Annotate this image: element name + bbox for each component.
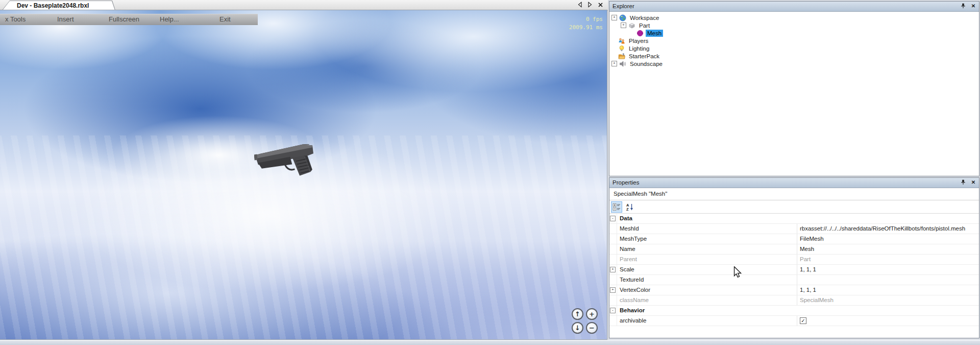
svg-text:Z: Z [626, 207, 629, 211]
property-name: Scale [617, 265, 797, 274]
tree-item-label: Soundscape [628, 60, 664, 67]
tree-item-lighting[interactable]: Lighting [609, 44, 979, 52]
zoom-out-button[interactable]: − [586, 322, 598, 334]
section-header-data[interactable]: - Data [609, 214, 979, 224]
property-value[interactable]: FileMesh [797, 234, 979, 244]
workspace-icon [619, 14, 626, 21]
pistol-mesh-object[interactable] [254, 144, 317, 184]
property-value[interactable] [797, 275, 979, 285]
tab-title: Dev - Baseplate2048.rbxl [17, 2, 89, 9]
archivable-checkbox[interactable]: ✓ [800, 317, 806, 324]
tree-item-players[interactable]: Players [609, 37, 979, 44]
property-name: TextureId [617, 275, 797, 285]
tree-item-mesh[interactable]: Mesh [609, 29, 979, 37]
pin-icon[interactable] [960, 3, 966, 9]
collapse-toggle-icon[interactable]: - [610, 216, 616, 221]
tree-item-starterpack[interactable]: StarterPack [609, 52, 979, 60]
document-tab[interactable]: Dev - Baseplate2048.rbxl [2, 1, 115, 10]
tab-bar: Dev - Baseplate2048.rbxl [0, 0, 608, 11]
property-value[interactable]: Mesh [797, 244, 979, 254]
explorer-title-bar: Explorer ✕ [609, 2, 979, 12]
properties-grid: - Data MeshId rbxasset://../../../shared… [609, 214, 979, 326]
menu-item-insert[interactable]: Insert [57, 15, 74, 23]
tilt-down-button[interactable]: ↓ [572, 322, 583, 334]
property-name: VertexColor [617, 285, 797, 295]
close-icon[interactable]: ✕ [970, 179, 976, 186]
3d-viewport[interactable]: x Tools Insert Fullscreen Help... Exit 0… [0, 10, 607, 339]
players-icon [618, 37, 625, 44]
menu-item-fullscreen[interactable]: Fullscreen [109, 15, 139, 23]
menu-item-help[interactable]: Help... [160, 15, 179, 23]
close-icon[interactable]: ✕ [970, 3, 976, 9]
mouse-cursor [733, 266, 743, 278]
explorer-panel: Explorer ✕ + Workspace + [609, 1, 979, 176]
tree-item-part[interactable]: + Part [609, 21, 979, 29]
part-icon [628, 22, 635, 29]
prev-tab-icon[interactable] [576, 1, 583, 8]
property-name: MeshId [617, 224, 797, 234]
tilt-up-button[interactable]: ↑ [572, 308, 583, 320]
tree-item-label: Workspace [628, 14, 660, 21]
explorer-title: Explorer [612, 3, 634, 9]
pin-icon[interactable] [960, 179, 966, 186]
tree-item-soundscape[interactable]: + Soundscape [609, 60, 979, 67]
property-name: MeshType [617, 234, 797, 244]
properties-toolbar: A Z [609, 200, 979, 214]
section-header-behavior[interactable]: - Behavior [609, 306, 979, 316]
expand-toggle-icon[interactable]: + [611, 61, 617, 66]
menu-item-tools[interactable]: x Tools [5, 15, 26, 23]
property-row-meshid[interactable]: MeshId rbxasset://../../../shareddata/Ri… [609, 224, 979, 234]
property-row-parent[interactable]: Parent Part [609, 255, 979, 265]
selected-object-header: SpecialMesh "Mesh" [609, 188, 979, 200]
properties-panel: Properties ✕ SpecialMesh "Mesh" [609, 177, 979, 338]
minus-icon: − [589, 324, 595, 332]
starterpack-icon [618, 53, 625, 60]
lighting-icon [618, 45, 625, 52]
sort-alphabetical-icon[interactable]: A Z [624, 201, 635, 213]
soundscape-icon [619, 60, 626, 67]
close-tab-icon[interactable] [597, 1, 604, 8]
expand-toggle-icon[interactable]: + [610, 267, 616, 272]
up-arrow-icon: ↑ [575, 310, 580, 318]
plus-icon: + [589, 310, 595, 318]
property-value[interactable]: 1, 1, 1 [797, 265, 979, 274]
property-row-name[interactable]: Name Mesh [609, 244, 979, 255]
property-row-vertexcolor[interactable]: + VertexColor 1, 1, 1 [609, 285, 979, 295]
down-arrow-icon: ↓ [575, 324, 580, 332]
fps-counter: 0 fps [569, 15, 603, 24]
property-row-scale[interactable]: + Scale 1, 1, 1 [609, 265, 979, 275]
property-row-classname[interactable]: className SpecialMesh [609, 295, 979, 306]
property-value[interactable]: 1, 1, 1 [797, 285, 979, 295]
tree-item-label: Lighting [627, 45, 651, 52]
mesh-icon [636, 30, 644, 37]
next-tab-icon[interactable] [586, 1, 594, 8]
zoom-in-button[interactable]: + [586, 308, 598, 320]
properties-title: Properties [612, 179, 639, 186]
property-value: Part [797, 255, 979, 264]
roblox-studio-window: Dev - Baseplate2048.rbxl x Tools Insert … [0, 0, 980, 345]
expand-toggle-icon[interactable]: + [621, 22, 626, 28]
collapse-toggle-icon[interactable]: - [610, 308, 616, 313]
property-row-meshtype[interactable]: MeshType FileMesh [609, 234, 979, 244]
categorized-icon[interactable] [611, 201, 622, 213]
expand-toggle-icon[interactable]: + [610, 287, 616, 293]
explorer-tree: + Workspace + Part [609, 12, 979, 67]
property-row-textureid[interactable]: TextureId [609, 275, 979, 285]
tree-item-label: StarterPack [627, 53, 661, 60]
property-value: SpecialMesh [797, 295, 979, 305]
property-row-archivable[interactable]: archivable ✓ [609, 316, 979, 326]
expand-toggle-icon[interactable]: + [611, 15, 617, 20]
property-name: Name [617, 244, 797, 254]
menu-item-exit[interactable]: Exit [219, 15, 231, 23]
property-name: Parent [617, 255, 797, 264]
tree-item-label-selected: Mesh [646, 30, 663, 37]
property-name: className [617, 295, 797, 305]
check-icon: ✓ [801, 318, 805, 324]
tree-item-workspace[interactable]: + Workspace [609, 14, 979, 21]
camera-controls: ↑ + ↓ − [572, 308, 603, 337]
property-value[interactable]: rbxasset://../../../shareddata/RiseOfThe… [797, 224, 979, 234]
property-name: archivable [617, 316, 797, 326]
properties-title-bar: Properties ✕ [609, 178, 979, 188]
frame-time: 2009.91 ms [569, 24, 603, 32]
tree-item-label: Part [638, 22, 651, 29]
